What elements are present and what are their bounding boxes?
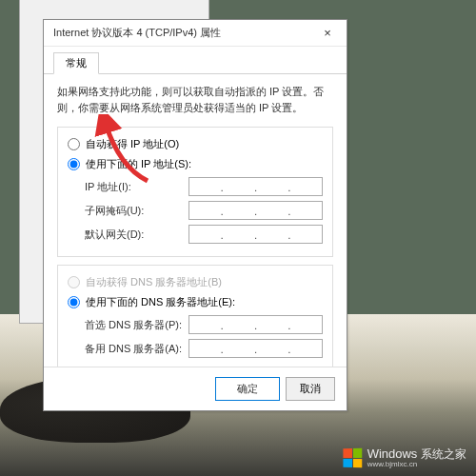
ip-seg-3[interactable] xyxy=(257,202,288,219)
close-button[interactable]: × xyxy=(310,21,345,46)
ip-seg-2[interactable] xyxy=(224,340,255,357)
radio-manual-dns[interactable]: 使用下面的 DNS 服务器地址(E): xyxy=(68,295,323,309)
ip-seg-2[interactable] xyxy=(224,316,255,333)
radio-auto-ip-input[interactable] xyxy=(68,138,80,150)
preferred-dns-input[interactable]: . . . xyxy=(188,315,323,334)
ip-seg-1[interactable] xyxy=(189,202,221,219)
ip-seg-3[interactable] xyxy=(257,316,288,333)
ip-seg-1[interactable] xyxy=(189,226,221,243)
dialog-content: 如果网络支持此功能，则可以获取自动指派的 IP 设置。否则，你需要从网络系统管理… xyxy=(44,74,347,416)
ok-button[interactable]: 确定 xyxy=(215,377,280,401)
ip-seg-4[interactable] xyxy=(290,340,322,357)
tab-strip: 常规 xyxy=(44,47,347,74)
gateway-label: 默认网关(D): xyxy=(85,228,188,242)
watermark-brand: Windows 系统之家 xyxy=(367,447,466,460)
ip-seg-2[interactable] xyxy=(224,202,255,219)
ip-address-input[interactable]: . . . xyxy=(188,177,323,196)
dialog-title: Internet 协议版本 4 (TCP/IPv4) 属性 xyxy=(53,26,221,40)
dialog-buttons: 确定 取消 xyxy=(44,367,347,410)
ipv4-properties-dialog: Internet 协议版本 4 (TCP/IPv4) 属性 × 常规 如果网络支… xyxy=(43,19,347,411)
tab-general[interactable]: 常规 xyxy=(53,52,99,74)
radio-auto-ip[interactable]: 自动获得 IP 地址(O) xyxy=(68,137,323,151)
ip-section: 自动获得 IP 地址(O) 使用下面的 IP 地址(S): IP 地址(I): … xyxy=(57,127,333,257)
ip-seg-4[interactable] xyxy=(290,202,322,219)
gateway-row: 默认网关(D): . . . xyxy=(85,225,323,244)
subnet-input[interactable]: . . . xyxy=(188,201,323,220)
preferred-dns-label: 首选 DNS 服务器(P): xyxy=(85,318,188,332)
watermark: Windows 系统之家 www.bjmlxc.cn xyxy=(343,447,466,468)
dns-section: 自动获得 DNS 服务器地址(B) 使用下面的 DNS 服务器地址(E): 首选… xyxy=(57,265,333,371)
ip-address-label: IP 地址(I): xyxy=(85,180,188,194)
ip-seg-1[interactable] xyxy=(189,340,221,357)
radio-manual-dns-label: 使用下面的 DNS 服务器地址(E): xyxy=(86,295,235,309)
ip-seg-2[interactable] xyxy=(224,226,255,243)
watermark-url: www.bjmlxc.cn xyxy=(367,461,466,468)
radio-manual-ip[interactable]: 使用下面的 IP 地址(S): xyxy=(68,157,323,171)
ip-seg-4[interactable] xyxy=(290,226,322,243)
close-icon: × xyxy=(324,26,331,40)
ip-seg-3[interactable] xyxy=(257,178,288,195)
alternate-dns-row: 备用 DNS 服务器(A): . . . xyxy=(85,339,323,358)
ip-seg-1[interactable] xyxy=(189,316,221,333)
ip-seg-4[interactable] xyxy=(290,316,322,333)
gateway-input[interactable]: . . . xyxy=(188,225,323,244)
ip-seg-4[interactable] xyxy=(290,178,322,195)
ip-seg-3[interactable] xyxy=(257,340,288,357)
description-text: 如果网络支持此功能，则可以获取自动指派的 IP 设置。否则，你需要从网络系统管理… xyxy=(57,84,333,115)
subnet-row: 子网掩码(U): . . . xyxy=(85,201,323,220)
ip-seg-2[interactable] xyxy=(224,178,255,195)
radio-manual-dns-input[interactable] xyxy=(68,296,80,308)
radio-auto-dns[interactable]: 自动获得 DNS 服务器地址(B) xyxy=(68,275,323,289)
alternate-dns-input[interactable]: . . . xyxy=(188,339,323,358)
ip-address-row: IP 地址(I): . . . xyxy=(85,177,323,196)
ip-seg-3[interactable] xyxy=(257,226,288,243)
radio-auto-ip-label: 自动获得 IP 地址(O) xyxy=(86,137,179,151)
radio-manual-ip-label: 使用下面的 IP 地址(S): xyxy=(86,157,191,171)
radio-auto-dns-label: 自动获得 DNS 服务器地址(B) xyxy=(86,275,222,289)
titlebar: Internet 协议版本 4 (TCP/IPv4) 属性 × xyxy=(44,20,347,47)
ip-seg-1[interactable] xyxy=(189,178,221,195)
cancel-button[interactable]: 取消 xyxy=(286,377,335,401)
preferred-dns-row: 首选 DNS 服务器(P): . . . xyxy=(85,315,323,334)
windows-logo-icon xyxy=(343,448,362,468)
alternate-dns-label: 备用 DNS 服务器(A): xyxy=(85,342,188,356)
subnet-label: 子网掩码(U): xyxy=(85,204,188,218)
radio-auto-dns-input[interactable] xyxy=(68,276,80,288)
radio-manual-ip-input[interactable] xyxy=(68,158,80,170)
